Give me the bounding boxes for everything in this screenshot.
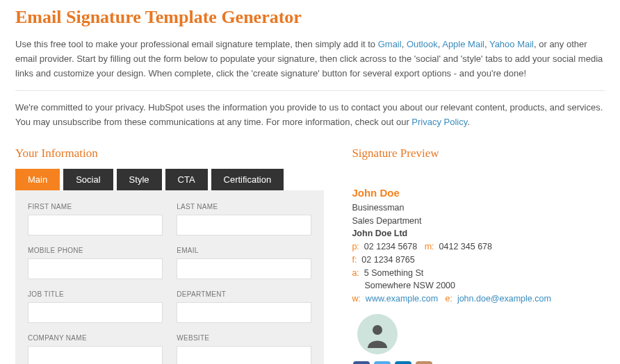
- privacy-body: We're committed to your privacy. HubSpot…: [15, 102, 603, 127]
- label-company-name: COMPANY NAME: [28, 334, 163, 342]
- social-icons: f in: [352, 361, 605, 364]
- label-website: WEBSITE: [177, 334, 311, 342]
- sig-phone-label: p:: [352, 242, 359, 251]
- tab-cta[interactable]: CTA: [165, 169, 208, 190]
- sig-email-label: e:: [445, 294, 452, 304]
- signature-preview: John Doe Businessman Sales Department Jo…: [352, 169, 605, 364]
- sig-addr-label: a:: [352, 268, 359, 278]
- sig-title: Businessman: [352, 201, 605, 215]
- sig-name: John Doe: [352, 187, 605, 199]
- facebook-icon[interactable]: f: [353, 361, 370, 364]
- input-department[interactable]: [177, 302, 311, 323]
- signature-preview-heading: Signature Preview: [352, 147, 605, 160]
- input-website[interactable]: [177, 346, 311, 364]
- sig-fax: 02 1234 8765: [361, 255, 414, 265]
- sig-department: Sales Department: [352, 215, 605, 228]
- input-first-name[interactable]: [28, 215, 163, 235]
- sig-addr1: 5 Something St: [364, 268, 423, 278]
- instagram-icon[interactable]: [416, 361, 432, 364]
- tab-main[interactable]: Main: [15, 169, 60, 190]
- input-job-title[interactable]: [28, 302, 163, 323]
- page-title: Email Signature Template Generator: [15, 7, 605, 28]
- sig-mobile-label: m:: [425, 242, 434, 251]
- label-mobile-phone: MOBILE PHONE: [28, 247, 163, 254]
- intro-pre: Use this free tool to make your professi…: [15, 39, 378, 49]
- avatar-icon: [357, 314, 398, 354]
- twitter-icon[interactable]: [374, 361, 391, 364]
- sig-company: John Doe Ltd: [352, 227, 605, 240]
- tab-certification[interactable]: Certification: [211, 169, 284, 190]
- label-first-name: FIRST NAME: [28, 203, 163, 210]
- label-last-name: LAST NAME: [177, 203, 311, 210]
- label-department: DEPARTMENT: [177, 290, 311, 298]
- sig-addr2: Somewhere NSW 2000: [352, 279, 605, 292]
- input-mobile-phone[interactable]: [28, 258, 163, 279]
- link-apple-mail[interactable]: Apple Mail: [442, 39, 484, 49]
- intro-text: Use this free tool to make your professi…: [15, 38, 605, 81]
- sig-web-label: w:: [352, 294, 361, 304]
- input-email[interactable]: [177, 258, 311, 279]
- label-job-title: JOB TITLE: [28, 290, 163, 298]
- tab-style[interactable]: Style: [117, 169, 162, 190]
- sig-email[interactable]: john.doe@example.com: [457, 294, 551, 304]
- svg-point-0: [373, 325, 382, 335]
- sig-fax-label: f:: [352, 255, 357, 265]
- link-yahoo-mail[interactable]: Yahoo Mail: [489, 39, 534, 49]
- link-outlook[interactable]: Outlook: [407, 39, 438, 49]
- linkedin-icon[interactable]: in: [395, 361, 411, 364]
- sig-mobile: 0412 345 678: [439, 242, 492, 251]
- privacy-text: We're committed to your privacy. HubSpot…: [15, 101, 605, 130]
- label-email: EMAIL: [177, 247, 311, 254]
- input-last-name[interactable]: [177, 215, 311, 235]
- input-company-name[interactable]: [28, 346, 163, 364]
- sig-web[interactable]: www.example.com: [366, 294, 438, 304]
- tabs: Main Social Style CTA Certification: [15, 169, 324, 190]
- link-gmail[interactable]: Gmail: [378, 39, 402, 49]
- form-panel: FIRST NAME LAST NAME MOBILE PHONE EMAIL: [15, 190, 324, 364]
- your-information-heading: Your Information: [15, 147, 324, 160]
- tab-social[interactable]: Social: [63, 169, 113, 190]
- divider: [15, 90, 605, 91]
- sig-phone: 02 1234 5678: [364, 242, 417, 251]
- link-privacy-policy[interactable]: Privacy Policy: [411, 117, 467, 127]
